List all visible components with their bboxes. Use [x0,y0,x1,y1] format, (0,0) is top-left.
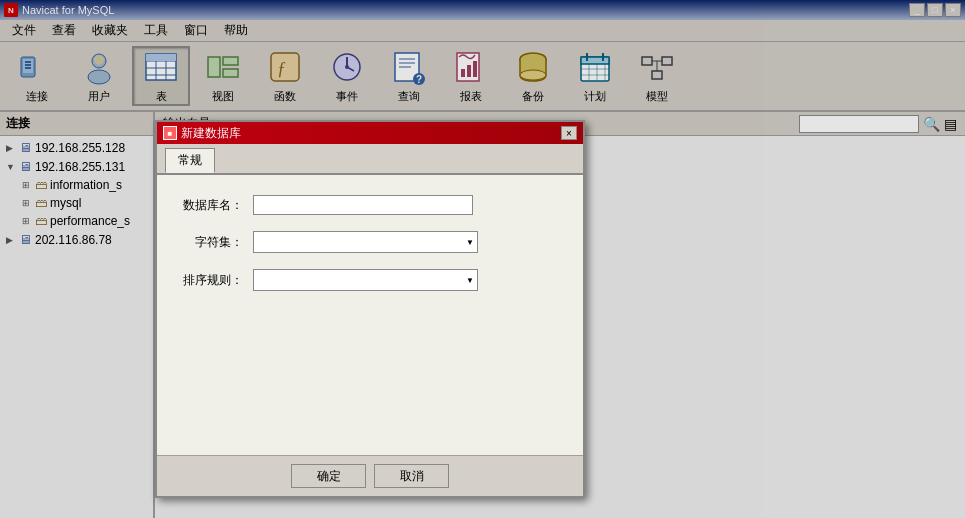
modal-overlay: ■ 新建数据库 × 常规 数据库名： 字符集： [0,0,965,518]
dialog-title-text: 新建数据库 [181,125,241,142]
dialog-title-bar: ■ 新建数据库 × [157,122,583,144]
cancel-button[interactable]: 取消 [374,464,449,488]
new-database-dialog: ■ 新建数据库 × 常规 数据库名： 字符集： [155,120,585,498]
label-collation: 排序规则： [173,272,243,289]
dialog-tabs: 常规 [157,144,583,175]
form-row-collation: 排序规则： [173,269,567,291]
dialog-footer: 确定 取消 [157,455,583,496]
tab-general[interactable]: 常规 [165,148,215,173]
label-charset: 字符集： [173,234,243,251]
form-row-charset: 字符集： [173,231,567,253]
select-wrapper-charset [253,231,478,253]
ok-button[interactable]: 确定 [291,464,366,488]
form-row-dbname: 数据库名： [173,195,567,215]
label-dbname: 数据库名： [173,197,243,214]
input-dbname[interactable] [253,195,473,215]
dialog-icon: ■ [163,126,177,140]
select-wrapper-collation [253,269,478,291]
dialog-close-button[interactable]: × [561,126,577,140]
select-collation[interactable] [253,269,478,291]
dialog-body: 数据库名： 字符集： 排序规则： [157,175,583,455]
select-charset[interactable] [253,231,478,253]
